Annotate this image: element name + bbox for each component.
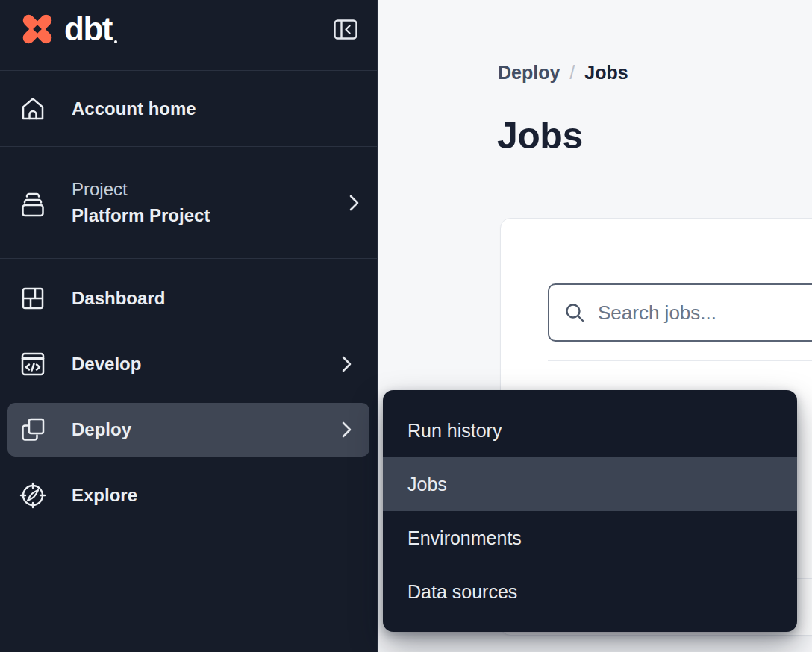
nav-label: Deploy <box>72 419 131 440</box>
explore-compass-icon <box>18 480 48 510</box>
dashboard-icon <box>18 283 48 313</box>
menu-item-data-sources[interactable]: Data sources <box>383 565 797 618</box>
brand-wordmark: dbt <box>64 13 112 46</box>
dbt-logo-icon <box>16 10 58 48</box>
sidebar-item-project[interactable]: Project Platform Project <box>0 147 377 259</box>
search-box <box>548 283 812 342</box>
collapse-sidebar-button[interactable] <box>334 19 357 40</box>
menu-item-environments[interactable]: Environments <box>383 511 797 565</box>
project-name: Platform Project <box>72 205 210 226</box>
sidebar-item-deploy[interactable]: Deploy <box>7 403 369 457</box>
home-icon <box>18 94 48 124</box>
account-home-label: Account home <box>72 98 196 119</box>
sidebar-nav: Dashboard Develop <box>0 272 377 522</box>
dbt-home-link[interactable]: dbt <box>16 10 112 48</box>
chevron-right-icon <box>342 356 352 372</box>
nav-label: Explore <box>72 485 137 506</box>
nav-label: Dashboard <box>72 288 165 309</box>
card-divider <box>548 360 812 361</box>
breadcrumb-jobs: Jobs <box>584 62 628 84</box>
sidebar-header: dbt <box>0 0 377 71</box>
sidebar-collapse-icon <box>334 19 357 40</box>
sidebar-item-explore[interactable]: Explore <box>7 468 369 522</box>
sidebar: dbt Account home <box>0 0 378 652</box>
search-icon <box>564 302 585 323</box>
menu-item-run-history[interactable]: Run history <box>383 404 797 457</box>
deploy-icon <box>18 415 48 445</box>
search-jobs-input[interactable] <box>598 301 812 325</box>
develop-code-icon <box>18 349 48 379</box>
chevron-right-icon <box>349 195 359 211</box>
menu-item-jobs[interactable]: Jobs <box>383 457 797 511</box>
breadcrumb: Deploy / Jobs <box>498 62 628 84</box>
sidebar-item-account-home[interactable]: Account home <box>0 71 377 147</box>
breadcrumb-separator: / <box>569 62 575 84</box>
sidebar-item-dashboard[interactable]: Dashboard <box>7 272 369 325</box>
project-eyebrow: Project <box>72 179 210 200</box>
project-stack-icon <box>18 188 48 218</box>
breadcrumb-deploy[interactable]: Deploy <box>498 62 560 84</box>
sidebar-item-develop[interactable]: Develop <box>7 337 369 391</box>
deploy-submenu: Run history Jobs Environments Data sourc… <box>383 390 797 632</box>
page-title: Jobs <box>497 114 583 157</box>
chevron-right-icon <box>342 421 352 438</box>
project-text: Project Platform Project <box>72 179 210 226</box>
nav-label: Develop <box>72 354 141 374</box>
